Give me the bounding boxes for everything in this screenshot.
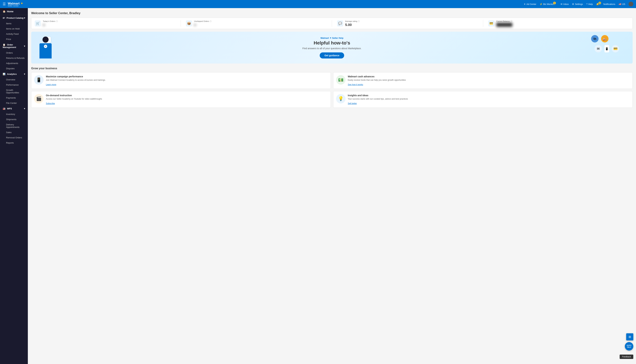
banner-subtitle: Find answers to all of your questions ab… xyxy=(302,47,361,50)
current-balance-info-icon[interactable]: ⓘ xyxy=(510,20,512,22)
menu-icon[interactable]: ☰ xyxy=(3,2,6,6)
sidebar-item-activity-feed[interactable]: Activity Feed xyxy=(0,31,28,36)
sidebar-item-price[interactable]: Price xyxy=(0,36,28,42)
help-banner: ? W Walmart ✦ Seller Help Helpful how-to… xyxy=(31,32,633,64)
grid-layout-button[interactable]: ⊞ xyxy=(626,333,633,340)
sidebar-item-orders[interactable]: Orders xyxy=(0,50,28,56)
welcome-title: Welcome to Seller Center, Bradley xyxy=(31,12,633,15)
current-balance-value: ██████ xyxy=(496,23,512,27)
maximize-campaign-desc: Join Walmart Connect Academy to access e… xyxy=(46,79,106,82)
todays-orders-value: ● xyxy=(43,23,58,27)
unshipped-orders-label: Unshipped Orders ⓘ xyxy=(194,20,212,22)
maximize-campaign-link[interactable]: Learn more xyxy=(46,84,56,86)
get-guidance-button[interactable]: Get guidance xyxy=(320,52,344,58)
grow-card-insights: 💡 Insights and ideas Your success starts… xyxy=(333,91,633,108)
insights-desc: Your success starts with our curated tip… xyxy=(348,98,408,100)
ad-center-link[interactable]: ✦ Ad Center xyxy=(524,3,536,6)
sidebar-item-sales[interactable]: Sales xyxy=(0,130,28,135)
unshipped-orders-info-icon[interactable]: ⓘ xyxy=(210,20,212,22)
order-management-chevron-icon: ▾ xyxy=(24,45,25,47)
on-demand-title: On-demand instruction xyxy=(46,94,102,97)
sidebar-section-product-catalog[interactable]: 🏷 Product Catalog ▾ xyxy=(0,15,28,21)
average-rating-info-icon[interactable]: ⓘ xyxy=(358,20,360,22)
quick-help-button[interactable]: QUICK HELP xyxy=(625,342,633,350)
unshipped-orders-value: ● xyxy=(194,23,212,27)
sidebar-section-order-management[interactable]: 📋 Order Management ▾ xyxy=(0,42,28,50)
biz-mentor-link[interactable]: ⚡ Biz Mentor 1 xyxy=(540,3,557,6)
user-menu[interactable] xyxy=(628,2,633,6)
notifications-badge: 11 xyxy=(598,2,601,4)
sidebar-item-returns-refunds[interactable]: Returns & Refunds xyxy=(0,56,28,61)
stat-average-rating: 💬 Average rating ⓘ 5.00 xyxy=(332,20,478,27)
ad-center-label: Ad Center xyxy=(526,3,536,6)
us-flag-icon: 🇺🇸 xyxy=(619,3,621,6)
sidebar-item-items-on-hold[interactable]: Items on Hold xyxy=(0,26,28,31)
average-rating-value: 5.00 xyxy=(345,23,360,27)
todays-orders-info-icon[interactable]: ⓘ xyxy=(56,20,58,22)
feedback-button[interactable]: Feedback xyxy=(620,354,633,359)
help-link[interactable]: ? Help xyxy=(586,3,593,6)
analytics-icon: 📊 xyxy=(3,73,6,75)
stat-unshipped-orders: 📦 Unshipped Orders ⓘ ● xyxy=(181,20,327,27)
sidebar-item-delivery-appointments[interactable]: Delivery Appointments xyxy=(0,122,28,130)
biz-mentor-badge: 1 xyxy=(553,2,556,4)
on-demand-link[interactable]: Subscribe xyxy=(46,102,55,105)
nav-items: ✦ Ad Center ⚡ Biz Mentor 1 ✉ Inbox ⚙ Set… xyxy=(524,2,633,6)
product-catalog-label: Product Catalog xyxy=(7,17,24,19)
banner-content: Walmart ✦ Seller Help Helpful how-to's F… xyxy=(302,37,361,58)
insights-title: Insights and ideas xyxy=(348,94,408,97)
sidebar-item-adjustments[interactable]: Adjustments xyxy=(0,61,28,66)
order-management-icon: 📋 xyxy=(3,44,6,46)
walmart-cash-desc: Easily receive funds that can help you s… xyxy=(348,79,406,82)
analytics-chevron-icon: ▾ xyxy=(24,73,25,75)
sidebar-section-analytics[interactable]: 📊 Analytics ▾ xyxy=(0,71,28,77)
grow-grid: 📱 Maximize campaign performance Join Wal… xyxy=(31,72,633,108)
biz-mentor-label: Biz Mentor xyxy=(543,3,554,6)
stat-todays-orders: 🛒 Today's Orders ⓘ ● xyxy=(35,20,176,27)
grow-card-maximize-campaign: 📱 Maximize campaign performance Join Wal… xyxy=(31,72,331,89)
wfs-chevron-icon: ▾ xyxy=(24,107,25,110)
walmart-cash-link[interactable]: See how it works xyxy=(348,84,363,86)
biz-mentor-icon: ⚡ xyxy=(540,3,542,6)
main-content: Welcome to Seller Center, Bradley 🛒 Toda… xyxy=(28,8,636,364)
todays-orders-icon: 🛒 xyxy=(35,20,41,26)
average-rating-label: Average rating ⓘ xyxy=(345,20,360,22)
product-catalog-icon: 🏷 xyxy=(3,17,5,19)
inbox-link[interactable]: ✉ Inbox xyxy=(561,3,569,6)
current-balance-icon: 💳 xyxy=(488,20,494,26)
sidebar-home[interactable]: 🏠 Home xyxy=(0,8,28,15)
sidebar-item-file-center[interactable]: File Center xyxy=(0,100,28,106)
sidebar-item-removal-orders[interactable]: Removal Orders xyxy=(0,135,28,140)
sidebar-item-inventory[interactable]: Inventory xyxy=(0,112,28,117)
sidebar-item-overview[interactable]: Overview xyxy=(0,77,28,82)
app-body: 🏠 Home 🏷 Product Catalog ▾ Items Items o… xyxy=(0,8,636,364)
locale-label: US xyxy=(622,3,625,6)
sidebar-item-items[interactable]: Items xyxy=(0,21,28,26)
spark-icon: ✦ xyxy=(21,2,23,5)
notifications-label: Notifications xyxy=(603,3,615,6)
sidebar-section-wfs[interactable]: 🏭 WFS ▾ xyxy=(0,106,28,112)
locale-link[interactable]: 🇺🇸 US xyxy=(619,3,625,6)
settings-icon: ⚙ xyxy=(572,3,574,6)
sidebar-item-reports[interactable]: Reports xyxy=(0,140,28,146)
current-balance-label: Current Balance ⓘ xyxy=(496,20,512,22)
walmart-cash-title: Walmart cash advances xyxy=(348,75,406,78)
grow-section-title: Grow your business xyxy=(31,67,633,70)
banner-icon-email: ✉ xyxy=(594,45,602,52)
settings-link[interactable]: ⚙ Settings xyxy=(572,3,583,6)
maximize-campaign-title: Maximize campaign performance xyxy=(46,75,106,78)
banner-icon-shopping: 🛍 xyxy=(591,35,598,42)
sidebar-item-performance[interactable]: Performance xyxy=(0,82,28,88)
todays-orders-label: Today's Orders ⓘ xyxy=(43,20,58,22)
product-catalog-chevron-icon: ▾ xyxy=(24,17,25,19)
banner-logo: Walmart ✦ Seller Help xyxy=(302,37,361,39)
inbox-icon: ✉ xyxy=(561,3,562,6)
sidebar-item-payments[interactable]: Payments xyxy=(0,95,28,100)
stats-row: 🛒 Today's Orders ⓘ ● 📦 Unshipped Orders … xyxy=(31,18,633,29)
sidebar-item-shipments[interactable]: Shipments xyxy=(0,117,28,122)
sidebar-item-disputes[interactable]: Disputes xyxy=(0,66,28,71)
insights-link[interactable]: Sell better xyxy=(348,102,357,105)
notifications-link[interactable]: 🔔 11 Notifications xyxy=(596,3,615,6)
sidebar-item-growth-opportunities[interactable]: Growth Opportunities xyxy=(0,88,28,95)
home-label: Home xyxy=(7,10,14,13)
